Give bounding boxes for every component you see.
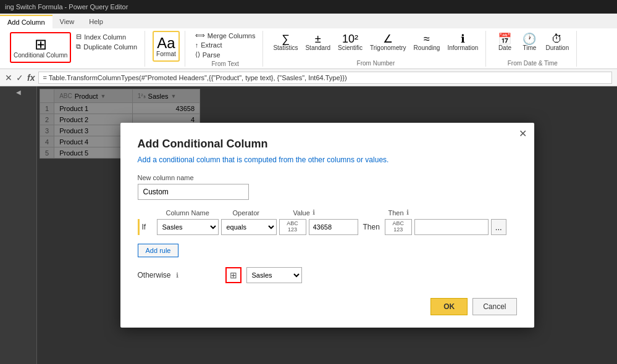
fx-icon: fx — [27, 73, 35, 83]
tab-view[interactable]: View — [52, 15, 82, 28]
fx-confirm-icon[interactable]: ✓ — [16, 73, 23, 83]
modal-subtitle-link[interactable]: computed from the other columns or value… — [244, 155, 388, 164]
formula-input[interactable] — [38, 72, 612, 84]
title-text: ing Switch Formula - Power Query Editor — [5, 3, 128, 10]
parse-icon: ⟨⟩ — [195, 51, 200, 59]
information-button[interactable]: ℹ Information — [445, 32, 481, 52]
modal-overlay: ✕ Add Conditional Column Add a condition… — [37, 86, 617, 364]
output-value-input[interactable] — [414, 219, 489, 235]
statistics-icon: ∑ — [282, 33, 290, 44]
col-name-header: Column Name — [166, 209, 233, 217]
scientific-icon: 10² — [342, 33, 358, 44]
conditional-col-icon: ⊞ — [35, 37, 47, 52]
from-number-label: From Number — [357, 59, 395, 67]
ribbon-group-from-date: 📅 Date 🕐 Time ⏱ Duration From Date & Tim… — [489, 31, 577, 67]
modal-close-button[interactable]: ✕ — [519, 128, 527, 139]
new-column-name-label: New column name — [138, 174, 517, 181]
duplicate-col-icon: ⧉ — [76, 43, 81, 51]
standard-icon: ± — [315, 33, 321, 44]
tab-add-column[interactable]: Add Column — [0, 15, 52, 28]
value-header: Value — [293, 209, 310, 217]
info-icon: ℹ — [461, 33, 465, 44]
statistics-button[interactable]: ∑ Statistics — [271, 32, 300, 52]
otherwise-type-icon[interactable]: ⊞ — [225, 267, 241, 283]
operator-select[interactable]: equals — [221, 219, 277, 235]
time-button[interactable]: 🕐 Time — [518, 32, 540, 52]
conditional-column-button[interactable]: ⊞ Conditional Column — [10, 32, 71, 63]
data-area: ABC Product ▼ 1²₃ Sasles ▼ — [37, 86, 617, 364]
from-text-label: From Text — [211, 59, 238, 67]
if-label: If — [142, 223, 154, 231]
ribbon-group-general: ⊞ Conditional Column ⊟ Index Column ⧉ Du… — [5, 31, 145, 67]
modal-subtitle: Add a conditional column that is compute… — [138, 155, 517, 164]
extract-icon: ↑ — [195, 41, 199, 49]
parse-button[interactable]: ⟨⟩ Parse — [193, 50, 258, 59]
rule-row-1: If Sasles equals ABC123 Then ABC123 ... — [138, 219, 517, 235]
trigonometry-button[interactable]: ∠ Trigonometry — [367, 32, 409, 52]
rounding-button[interactable]: ≈ Rounding — [411, 32, 443, 52]
merge-columns-button[interactable]: ⟺ Merge Columns — [193, 31, 258, 40]
ribbon-group-from-number: ∑ Statistics ± Standard 10² Scientific ∠… — [266, 31, 486, 67]
rule-headers: Column Name Operator Value ℹ Then ℹ — [138, 209, 517, 217]
main-area: ◀ ABC Product ▼ — [0, 86, 617, 364]
conditional-col-label: Conditional Column — [14, 52, 67, 59]
then-label: Then — [363, 223, 380, 231]
standard-button[interactable]: ± Standard — [303, 32, 333, 52]
cancel-button[interactable]: Cancel — [472, 298, 516, 315]
output-info-icon: ℹ — [406, 209, 409, 217]
value-input[interactable] — [309, 219, 358, 235]
modal-title: Add Conditional Column — [138, 138, 517, 151]
operator-header: Operator — [233, 209, 293, 217]
format-icon: Aa — [157, 36, 175, 51]
value-type-selector[interactable]: ABC123 — [279, 219, 306, 235]
trig-icon: ∠ — [383, 33, 393, 44]
new-column-name-input[interactable] — [138, 184, 249, 200]
index-column-button[interactable]: ⊟ Index Column — [73, 32, 140, 41]
duplicate-column-button[interactable]: ⧉ Duplicate Column — [73, 42, 140, 51]
time-icon: 🕐 — [523, 33, 536, 44]
fx-cancel-icon[interactable]: ✕ — [5, 73, 12, 83]
otherwise-section: Otherwise ℹ ⊞ Sasles — [138, 267, 517, 283]
otherwise-value-select[interactable]: Sasles — [246, 267, 302, 283]
ok-button[interactable]: OK — [430, 298, 468, 315]
general-buttons: ⊞ Conditional Column ⊟ Index Column ⧉ Du… — [10, 32, 140, 63]
from-number-buttons: ∑ Statistics ± Standard 10² Scientific ∠… — [271, 32, 481, 52]
scientific-button[interactable]: 10² Scientific — [335, 32, 365, 52]
column-name-select[interactable]: Sasles — [157, 219, 219, 235]
from-date-buttons: 📅 Date 🕐 Time ⏱ Duration — [493, 32, 571, 52]
otherwise-info-icon: ℹ — [176, 271, 178, 279]
add-conditional-column-modal: ✕ Add Conditional Column Add a condition… — [120, 123, 534, 328]
add-rule-button[interactable]: Add rule — [138, 244, 179, 257]
sidebar-collapse-btn[interactable]: ◀ — [0, 86, 36, 98]
date-icon: 📅 — [498, 33, 511, 44]
duration-button[interactable]: ⏱ Duration — [543, 32, 571, 52]
formula-bar: ✕ ✓ fx — [0, 69, 617, 86]
output-header: Then — [388, 209, 404, 217]
ribbon: Add Column View Help ⊞ Conditional Colum… — [0, 14, 617, 69]
from-text-buttons: ⟺ Merge Columns ↑ Extract ⟨⟩ Parse — [193, 31, 258, 59]
merge-icon: ⟺ — [195, 31, 205, 39]
extract-button[interactable]: ↑ Extract — [193, 41, 258, 49]
modal-footer: OK Cancel — [138, 298, 517, 315]
ribbon-content: ⊞ Conditional Column ⊟ Index Column ⧉ Du… — [0, 28, 617, 69]
other-col-buttons: ⊟ Index Column ⧉ Duplicate Column — [73, 32, 140, 63]
title-bar: ing Switch Formula - Power Query Editor — [0, 0, 617, 14]
otherwise-label: Otherwise — [138, 271, 171, 279]
rounding-icon: ≈ — [424, 33, 430, 44]
duration-icon: ⏱ — [552, 33, 563, 44]
date-button[interactable]: 📅 Date — [493, 32, 516, 52]
output-type-selector[interactable]: ABC123 — [385, 219, 412, 235]
format-button[interactable]: Aa Format — [153, 31, 180, 62]
index-col-icon: ⊟ — [76, 33, 82, 41]
sidebar: ◀ — [0, 86, 37, 364]
rule-indicator — [138, 219, 140, 235]
ribbon-group-from-text: ⟺ Merge Columns ↑ Extract ⟨⟩ Parse From … — [188, 31, 264, 67]
from-date-label: From Date & Time — [508, 59, 558, 67]
rule-more-button[interactable]: ... — [491, 219, 506, 235]
value-info-icon: ℹ — [313, 209, 315, 217]
tab-help[interactable]: Help — [82, 15, 111, 28]
ribbon-group-format: Aa Format — [148, 31, 185, 67]
ribbon-tabs: Add Column View Help — [0, 14, 617, 28]
format-label: Format — [156, 51, 176, 57]
